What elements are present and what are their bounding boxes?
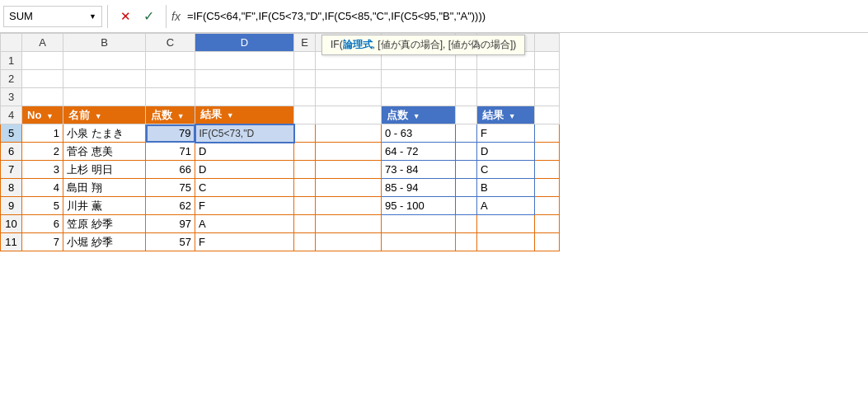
cell-b2[interactable]: [63, 70, 146, 88]
cell-g11[interactable]: [382, 233, 456, 251]
filter-arrow-no[interactable]: ▼: [46, 112, 54, 120]
col-header-b[interactable]: B: [63, 34, 146, 52]
cell-e6[interactable]: [294, 143, 316, 161]
cell-e1[interactable]: [294, 52, 316, 70]
cell-a10[interactable]: 6: [22, 215, 63, 233]
cell-d10[interactable]: A: [195, 215, 294, 233]
cell-e4[interactable]: [294, 106, 316, 124]
header-grade-score[interactable]: 点数 ▼: [382, 106, 456, 124]
cell-b6[interactable]: 菅谷 恵美: [63, 143, 146, 161]
cell-j2[interactable]: [535, 70, 560, 88]
cancel-button[interactable]: ✕: [116, 7, 134, 26]
cell-f8[interactable]: [316, 179, 382, 197]
cell-g5-range[interactable]: 0 - 63: [382, 124, 456, 143]
cell-h9-gap[interactable]: [456, 197, 477, 215]
cell-i2[interactable]: [477, 70, 535, 88]
cell-h3[interactable]: [456, 88, 477, 106]
cell-a6[interactable]: 2: [22, 143, 63, 161]
header-no[interactable]: No ▼: [22, 106, 63, 124]
cell-b1[interactable]: [63, 52, 146, 70]
cell-f4[interactable]: [316, 106, 382, 124]
cell-i8-grade[interactable]: B: [477, 179, 535, 197]
cell-i9-grade[interactable]: A: [477, 197, 535, 215]
cell-h10[interactable]: [456, 215, 477, 233]
cell-f6[interactable]: [316, 143, 382, 161]
cell-d6[interactable]: D: [195, 143, 294, 161]
cell-b3[interactable]: [63, 88, 146, 106]
cell-f9[interactable]: [316, 197, 382, 215]
cell-a7[interactable]: 3: [22, 161, 63, 179]
cell-d8[interactable]: C: [195, 179, 294, 197]
header-score[interactable]: 点数 ▼: [146, 106, 195, 124]
cell-c8[interactable]: 75: [146, 179, 195, 197]
cell-j4[interactable]: [535, 106, 560, 124]
cell-b7[interactable]: 上杉 明日: [63, 161, 146, 179]
cell-c2[interactable]: [146, 70, 195, 88]
row-header-7[interactable]: 7: [1, 161, 22, 179]
cell-c11[interactable]: 57: [146, 233, 195, 251]
filter-arrow-name[interactable]: ▼: [95, 112, 102, 120]
cell-e2[interactable]: [294, 70, 316, 88]
cell-e11[interactable]: [294, 233, 316, 251]
row-header-5[interactable]: 5: [1, 124, 22, 143]
cell-g8-range[interactable]: 85 - 94: [382, 179, 456, 197]
cell-d9[interactable]: F: [195, 197, 294, 215]
cell-i6-grade[interactable]: D: [477, 143, 535, 161]
name-box-dropdown-icon[interactable]: ▼: [89, 12, 96, 21]
cell-j9[interactable]: [535, 197, 560, 215]
cell-j6[interactable]: [535, 143, 560, 161]
cell-e3[interactable]: [294, 88, 316, 106]
cell-a3[interactable]: [22, 88, 63, 106]
col-header-j[interactable]: [535, 34, 560, 52]
row-header-11[interactable]: 11: [1, 233, 22, 251]
cell-c7[interactable]: 66: [146, 161, 195, 179]
row-header-6[interactable]: 6: [1, 143, 22, 161]
col-header-e[interactable]: E: [294, 34, 316, 52]
cell-f10[interactable]: [316, 215, 382, 233]
cell-i3[interactable]: [477, 88, 535, 106]
cell-a8[interactable]: 4: [22, 179, 63, 197]
cell-h4-gap[interactable]: [456, 106, 477, 124]
cell-f7[interactable]: [316, 161, 382, 179]
cell-h6-gap[interactable]: [456, 143, 477, 161]
cell-a2[interactable]: [22, 70, 63, 88]
cell-e10[interactable]: [294, 215, 316, 233]
cell-e5[interactable]: [294, 124, 316, 143]
cell-b9[interactable]: 川井 薫: [63, 197, 146, 215]
cell-c3[interactable]: [146, 88, 195, 106]
cell-d5-result[interactable]: IF(C5<73,"D: [195, 124, 294, 143]
cell-b11[interactable]: 小堀 紗季: [63, 233, 146, 251]
cell-h11[interactable]: [456, 233, 477, 251]
cell-f3[interactable]: [316, 88, 382, 106]
row-header-1[interactable]: 1: [1, 52, 22, 70]
cell-b5-name[interactable]: 小泉 たまき: [63, 124, 146, 143]
cell-e7[interactable]: [294, 161, 316, 179]
row-header-10[interactable]: 10: [1, 215, 22, 233]
cell-g7-range[interactable]: 73 - 84: [382, 161, 456, 179]
cell-e9[interactable]: [294, 197, 316, 215]
cell-j1[interactable]: [535, 52, 560, 70]
cell-a1[interactable]: [22, 52, 63, 70]
cell-h2[interactable]: [456, 70, 477, 88]
col-header-d[interactable]: D: [195, 34, 294, 52]
cell-a9[interactable]: 5: [22, 197, 63, 215]
cell-a11[interactable]: 7: [22, 233, 63, 251]
cell-c5-score[interactable]: 79: [146, 124, 195, 143]
header-result[interactable]: 結果 ▼: [195, 106, 294, 124]
cell-f11[interactable]: [316, 233, 382, 251]
row-header-9[interactable]: 9: [1, 197, 22, 215]
cell-h8-gap[interactable]: [456, 179, 477, 197]
cell-e8[interactable]: [294, 179, 316, 197]
cell-j11[interactable]: [535, 233, 560, 251]
cell-d2[interactable]: [195, 70, 294, 88]
cell-h7-gap[interactable]: [456, 161, 477, 179]
cell-d3[interactable]: [195, 88, 294, 106]
row-header-2[interactable]: 2: [1, 70, 22, 88]
col-header-a[interactable]: A: [22, 34, 63, 52]
col-header-c[interactable]: C: [146, 34, 195, 52]
header-grade-result[interactable]: 結果 ▼: [477, 106, 535, 124]
filter-arrow-score[interactable]: ▼: [177, 112, 185, 120]
header-name[interactable]: 名前 ▼: [63, 106, 146, 124]
row-header-8[interactable]: 8: [1, 179, 22, 197]
filter-arrow-result[interactable]: ▼: [227, 111, 234, 120]
